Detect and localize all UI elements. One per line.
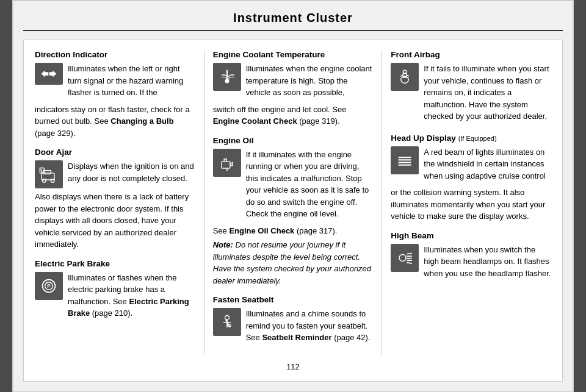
svg-text:P: P bbox=[47, 283, 51, 289]
section-title-high-beam: High Beam bbox=[391, 231, 551, 240]
door-ajar-icon bbox=[35, 160, 63, 188]
hud-row: A red beam of lights illuminates on the … bbox=[391, 146, 551, 185]
fasten-seatbelt-row: Illuminates and a chime sounds to remind… bbox=[213, 308, 374, 346]
high-beam-row: Illuminates when you switch the high bea… bbox=[391, 244, 551, 282]
front-airbag-text: If it fails to illuminate when you start… bbox=[424, 63, 551, 123]
content-area: Direction Indicator I bbox=[23, 40, 563, 382]
svg-point-15 bbox=[225, 79, 229, 83]
section-door-ajar: Door Ajar bbox=[35, 148, 195, 251]
direction-indicator-icon bbox=[35, 63, 63, 85]
columns-layout: Direction Indicator I bbox=[35, 50, 551, 355]
hud-icon bbox=[391, 146, 419, 174]
high-beam-text: Illuminates when you switch the high bea… bbox=[424, 244, 551, 280]
engine-coolant-row: Illuminates when the engine coolant temp… bbox=[213, 63, 374, 101]
direction-indicator-text: Illuminates when the left or right turn … bbox=[68, 63, 195, 99]
section-title-engine-oil: Engine Oil bbox=[213, 136, 374, 145]
page-number: 112 bbox=[35, 362, 551, 371]
front-airbag-icon bbox=[391, 63, 419, 91]
page-container: Instrument Cluster Direction Indicator bbox=[12, 0, 574, 392]
engine-coolant-text2: switch off the engine and let cool. See … bbox=[213, 104, 374, 127]
seatbelt-icon bbox=[213, 308, 241, 336]
hud-text2: or the collision warning system. It also… bbox=[391, 187, 551, 223]
section-direction-indicator: Direction Indicator I bbox=[35, 50, 195, 139]
direction-indicator-row: Illuminates when the left or right turn … bbox=[35, 63, 195, 101]
engine-coolant-text: Illuminates when the engine coolant temp… bbox=[246, 63, 374, 99]
epb-icon: P bbox=[35, 272, 63, 300]
column-2: Engine Coolant Temperature bbox=[204, 50, 383, 355]
door-ajar-row: Displays when the ignition is on and any… bbox=[35, 160, 195, 188]
door-ajar-text: Displays when the ignition is on and any… bbox=[68, 160, 195, 184]
epb-row: P Illuminates or flashes when the electr… bbox=[35, 272, 195, 322]
engine-oil-note: Note: Do not resume your journey if it i… bbox=[213, 239, 374, 287]
svg-point-18 bbox=[226, 169, 228, 171]
section-high-beam: High Beam bbox=[391, 231, 551, 282]
engine-oil-text2: See Engine Oil Check (page 317). bbox=[213, 225, 374, 237]
engine-oil-icon bbox=[213, 149, 241, 177]
section-title-hud: Head Up Display (If Equipped) bbox=[391, 134, 551, 143]
engine-coolant-icon bbox=[213, 63, 241, 91]
section-fasten-seatbelt: Fasten Seatbelt bbox=[213, 295, 374, 346]
section-title-fasten-seatbelt: Fasten Seatbelt bbox=[213, 295, 374, 304]
section-title-engine-coolant: Engine Coolant Temperature bbox=[213, 50, 374, 59]
high-beam-icon bbox=[391, 244, 419, 272]
engine-oil-text: If it illuminates with the engine runnin… bbox=[246, 149, 374, 220]
section-engine-coolant: Engine Coolant Temperature bbox=[213, 50, 374, 127]
direction-indicator-text2: indicators stay on or flash faster, chec… bbox=[35, 104, 195, 140]
section-front-airbag: Front Airbag bbox=[391, 50, 551, 125]
section-title-door-ajar: Door Ajar bbox=[35, 148, 195, 157]
page-title: Instrument Cluster bbox=[23, 11, 563, 31]
fasten-seatbelt-text: Illuminates and a chime sounds to remind… bbox=[246, 308, 374, 344]
section-head-up-display: Head Up Display (If Equipped) bbox=[391, 134, 551, 223]
section-engine-oil: Engine Oil bbox=[213, 136, 374, 287]
engine-oil-row: If it illuminates with the engine runnin… bbox=[213, 149, 374, 223]
section-electric-park-brake: Electric Park Brake P Illuminates or fla… bbox=[35, 259, 195, 322]
section-title-epb: Electric Park Brake bbox=[35, 259, 195, 268]
section-title-direction-indicator: Direction Indicator bbox=[35, 50, 195, 59]
front-airbag-row: If it fails to illuminate when you start… bbox=[391, 63, 551, 125]
column-1: Direction Indicator I bbox=[35, 50, 204, 355]
hud-text: A red beam of lights illuminates on the … bbox=[424, 146, 551, 182]
door-ajar-text2: Also displays when there is a lack of ba… bbox=[35, 191, 195, 251]
column-3: Front Airbag bbox=[382, 50, 551, 355]
epb-text: Illuminates or flashes when the electric… bbox=[68, 272, 195, 319]
section-title-front-airbag: Front Airbag bbox=[391, 50, 551, 59]
